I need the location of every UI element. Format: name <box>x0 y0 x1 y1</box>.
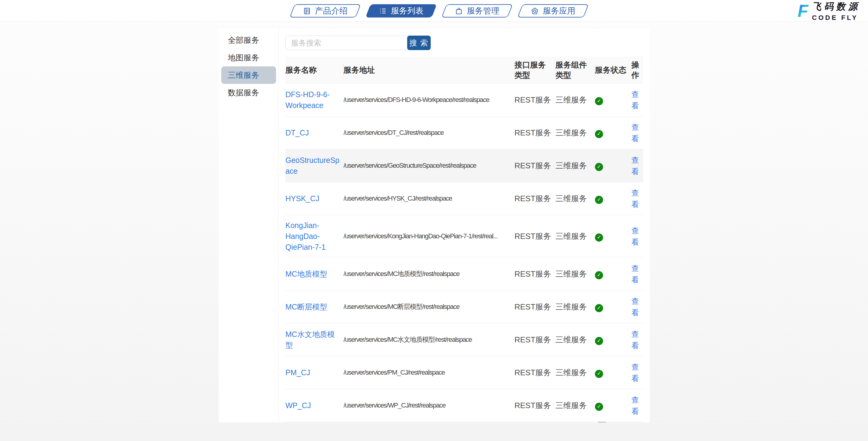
view-link[interactable]: 查看 <box>631 295 640 318</box>
status-success-icon: ✓ <box>595 130 603 138</box>
component-type: 三维服务 <box>555 401 587 410</box>
logo-name-cn: 飞码数源 <box>812 0 860 13</box>
view-link[interactable]: 查看 <box>631 187 640 210</box>
tab-label: 服务列表 <box>391 5 424 16</box>
search-input[interactable] <box>285 36 410 50</box>
pagination-page-1[interactable]: 1 <box>596 422 608 422</box>
interface-type: REST服务 <box>515 232 551 241</box>
status-success-icon: ✓ <box>595 370 603 378</box>
table-row: KongJian-HangDao-QiePian-7-1 /userver/se… <box>285 215 643 258</box>
logo-f-mark-icon: F <box>798 2 809 20</box>
service-list-main: 搜 索 服务名称 服务地址 接口服务类型 服务组件类型 服务状态 操作 DFS <box>279 29 650 422</box>
interface-type: REST服务 <box>515 335 551 344</box>
view-link[interactable]: 查看 <box>631 154 640 177</box>
service-name-link[interactable]: WP_CJ <box>285 400 311 411</box>
interface-type: REST服务 <box>515 128 551 137</box>
tab-service-list[interactable]: 服务列表 <box>366 4 437 18</box>
service-address: /userver/services/MC水文地质模型/rest/realspac… <box>344 334 512 345</box>
view-link[interactable]: 查看 <box>631 394 640 417</box>
service-address: /userver/services/MC地质模型/rest/realspace <box>344 268 512 279</box>
status-success-icon: ✓ <box>595 97 603 105</box>
service-address: /userver/services/MC断层模型/rest/realspace <box>344 301 512 312</box>
search-bar: 搜 索 <box>285 36 643 50</box>
service-name-link[interactable]: GeoStructureSpace <box>285 155 341 176</box>
tab-label: 服务应用 <box>543 5 575 16</box>
content-panel: 全部服务 地图服务 三维服务 数据服务 搜 索 服务名称 服务地址 接口服务类型… <box>219 29 650 422</box>
view-link[interactable]: 查看 <box>631 88 640 111</box>
table-row: WP_CJ /userver/services/WP_CJ/rest/reals… <box>285 389 643 422</box>
service-name-link[interactable]: DT_CJ <box>285 127 309 138</box>
status-success-icon: ✓ <box>595 271 603 279</box>
status-success-icon: ✓ <box>595 337 603 345</box>
table-row: MC水文地质模型 /userver/services/MC水文地质模型/rest… <box>285 323 643 356</box>
interface-type: REST服务 <box>515 302 551 311</box>
service-list-icon <box>379 7 387 15</box>
view-link[interactable]: 查看 <box>631 225 640 248</box>
component-type: 三维服务 <box>555 232 587 241</box>
component-type: 三维服务 <box>555 335 587 344</box>
tab-product-intro[interactable]: 产品介绍 <box>290 4 361 18</box>
status-success-icon: ✓ <box>595 163 603 171</box>
component-type: 三维服务 <box>555 161 587 170</box>
service-name-link[interactable]: PM_CJ <box>285 367 310 378</box>
service-address: /userver/services/PM_CJ/rest/realspace <box>344 367 512 378</box>
service-name-link[interactable]: HYSK_CJ <box>285 193 319 204</box>
view-link[interactable]: 查看 <box>631 361 640 384</box>
col-header-action: 操作 <box>631 57 643 84</box>
col-header-service-address: 服务地址 <box>344 57 515 84</box>
search-button[interactable]: 搜 索 <box>407 36 431 50</box>
sidebar-item-map-services[interactable]: 地图服务 <box>221 49 276 66</box>
service-name-link[interactable]: KongJian-HangDao-QiePian-7-1 <box>285 220 341 253</box>
col-header-interface-type: 接口服务类型 <box>515 57 555 84</box>
col-header-service-status: 服务状态 <box>595 57 631 84</box>
tab-service-app[interactable]: 服务应用 <box>518 4 589 18</box>
view-link[interactable]: 查看 <box>631 121 640 144</box>
service-address: /userver/services/GeoStructureSpace/rest… <box>344 160 512 171</box>
component-type: 三维服务 <box>555 128 587 137</box>
interface-type: REST服务 <box>515 95 551 105</box>
status-success-icon: ✓ <box>595 304 603 312</box>
table-row: MC地质模型 /userver/services/MC地质模型/rest/rea… <box>285 258 643 291</box>
interface-type: REST服务 <box>515 401 551 410</box>
service-name-link[interactable]: MC地质模型 <box>285 268 327 279</box>
component-type: 三维服务 <box>555 368 587 377</box>
table-row: DT_CJ /userver/services/DT_CJ/rest/reals… <box>285 116 643 149</box>
table-row: MC断层模型 /userver/services/MC断层模型/rest/rea… <box>285 291 643 323</box>
sidebar-item-data-services[interactable]: 数据服务 <box>221 84 276 101</box>
tab-label: 产品介绍 <box>315 5 347 16</box>
status-success-icon: ✓ <box>595 403 603 411</box>
component-type: 三维服务 <box>555 95 587 105</box>
status-success-icon: ✓ <box>595 233 603 242</box>
service-manage-icon <box>455 7 463 15</box>
sidebar-item-all-services[interactable]: 全部服务 <box>221 31 276 49</box>
service-category-sidebar: 全部服务 地图服务 三维服务 数据服务 <box>219 29 279 422</box>
interface-type: REST服务 <box>515 368 551 377</box>
view-link[interactable]: 查看 <box>631 328 640 351</box>
tab-label: 服务管理 <box>467 5 499 16</box>
product-intro-icon <box>303 7 311 15</box>
interface-type: REST服务 <box>515 161 551 170</box>
table-header-row: 服务名称 服务地址 接口服务类型 服务组件类型 服务状态 操作 <box>285 57 643 84</box>
service-name-link[interactable]: DFS-HD-9-6-Workpeace <box>285 89 341 111</box>
service-name-link[interactable]: MC断层模型 <box>285 301 327 312</box>
brand-logo: F 飞码数源 CODE FLY <box>798 0 860 22</box>
interface-type: REST服务 <box>515 269 551 278</box>
service-address: /userver/services/KongJian-HangDao-QiePi… <box>344 231 512 242</box>
status-success-icon: ✓ <box>595 196 603 204</box>
service-name-link[interactable]: MC水文地质模型 <box>285 329 341 351</box>
interface-type: REST服务 <box>515 194 551 203</box>
table-row: GeoStructureSpace /userver/services/GeoS… <box>285 149 643 182</box>
service-address: /userver/services/DT_CJ/rest/realspace <box>344 127 512 138</box>
table-row: PM_CJ /userver/services/PM_CJ/rest/reals… <box>285 356 643 389</box>
table-row: DFS-HD-9-6-Workpeace /userver/services/D… <box>285 84 643 116</box>
top-header: 产品介绍 服务列表 <box>0 0 868 22</box>
tab-service-manage[interactable]: 服务管理 <box>441 4 513 18</box>
col-header-component-type: 服务组件类型 <box>555 57 595 84</box>
sidebar-item-3d-services[interactable]: 三维服务 <box>221 66 276 84</box>
view-link[interactable]: 查看 <box>631 262 640 285</box>
service-address: /userver/services/HYSK_CJ/rest/realspace <box>344 193 512 204</box>
pagination: ‹ 1 2 › <box>285 422 643 422</box>
logo-name-en: CODE FLY <box>812 13 860 22</box>
component-type: 三维服务 <box>555 194 587 203</box>
col-header-service-name: 服务名称 <box>285 57 344 84</box>
